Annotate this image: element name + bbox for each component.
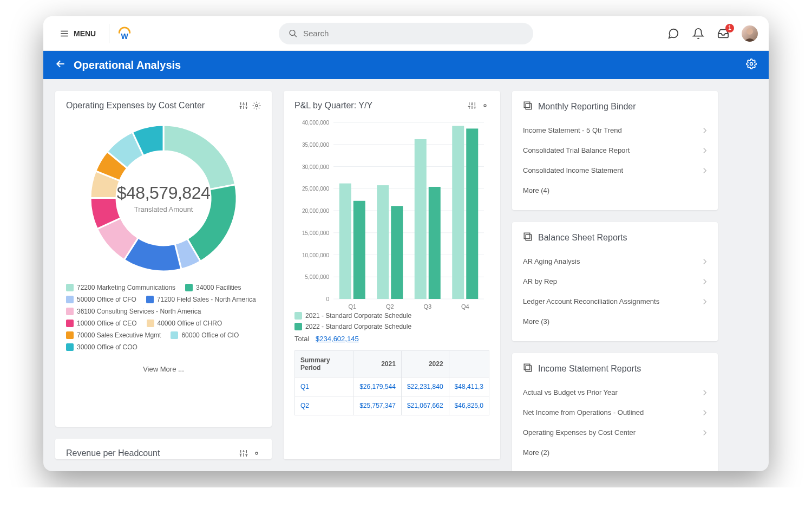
- list-item[interactable]: AR Aging Analysis: [523, 251, 707, 271]
- chevron-right-icon: [703, 298, 707, 305]
- legend-item[interactable]: 10000 Office of CEO: [66, 320, 137, 327]
- table-cell-link[interactable]: $48,411,3: [455, 383, 483, 390]
- list-item[interactable]: Operating Expenses by Cost Center: [523, 422, 707, 442]
- search-box[interactable]: [279, 23, 533, 44]
- legend-item[interactable]: 2022 - Standard Corporate Schedule: [294, 323, 489, 330]
- card-settings-button[interactable]: [252, 449, 261, 458]
- card-settings-button[interactable]: [252, 101, 261, 110]
- list-item[interactable]: Consolidated Income Statement: [523, 160, 707, 180]
- view-more-button[interactable]: View More ...: [66, 362, 261, 376]
- list-item[interactable]: More (4): [523, 180, 707, 200]
- legend-label: 50000 Office of CFO: [77, 296, 136, 303]
- table-cell-link[interactable]: $46,825,0: [455, 402, 483, 409]
- list-item[interactable]: Income Statement - 5 Qtr Trend: [523, 120, 707, 140]
- svg-line-5: [294, 35, 297, 37]
- chevron-right-icon: [703, 389, 707, 396]
- list-item[interactable]: Actual vs Budget vs Prior Year: [523, 382, 707, 402]
- bar-chart[interactable]: 05,000,00010,000,00015,000,00020,000,000…: [294, 117, 489, 312]
- table-cell-link[interactable]: Q2: [300, 402, 309, 409]
- back-button[interactable]: [55, 58, 66, 71]
- list-item[interactable]: Consolidated Trial Balance Report: [523, 140, 707, 160]
- list-item-label: Income Statement - 5 Qtr Trend: [523, 126, 622, 134]
- list-item[interactable]: Net Income from Operations - Outlined: [523, 402, 707, 422]
- card-config-button[interactable]: [468, 101, 476, 110]
- page-settings-button[interactable]: [746, 58, 757, 71]
- list-card: Monthly Reporting BinderIncome Statement…: [512, 91, 718, 210]
- legend-label: 72200 Marketing Communications: [77, 284, 175, 291]
- legend-item[interactable]: 34000 Facilities: [185, 284, 241, 291]
- chat-button[interactable]: [667, 27, 680, 40]
- table-cell: $48,411,3: [449, 377, 489, 396]
- legend-item[interactable]: 2021 - Standard Corporate Schedule: [294, 312, 489, 320]
- list-item[interactable]: More (3): [523, 311, 707, 331]
- list-item-label: AR by Rep: [523, 277, 557, 285]
- legend-swatch: [147, 320, 154, 327]
- list-item[interactable]: AR by Rep: [523, 271, 707, 291]
- total-value-link[interactable]: $234,602,145: [316, 335, 359, 343]
- avatar[interactable]: [742, 25, 758, 42]
- legend-swatch: [185, 284, 193, 291]
- svg-text:25,000,000: 25,000,000: [302, 186, 329, 192]
- legend-swatch: [171, 331, 178, 339]
- card-settings-button[interactable]: [481, 101, 489, 110]
- notifications-button[interactable]: [692, 27, 705, 40]
- list-item-label: More (3): [523, 317, 549, 325]
- legend-item[interactable]: 50000 Office of CFO: [66, 296, 136, 303]
- svg-text:15,000,000: 15,000,000: [302, 230, 329, 236]
- legend-item[interactable]: 70000 Sales Executive Mgmt: [66, 331, 161, 339]
- chevron-right-icon: [703, 147, 707, 154]
- table-cell-link[interactable]: $25,757,347: [359, 402, 396, 409]
- list-card-title: Income Statement Reports: [538, 364, 641, 374]
- list-item[interactable]: More (2): [523, 442, 707, 463]
- stack-icon: [523, 363, 533, 375]
- table-cell-link[interactable]: $22,231,840: [407, 383, 443, 390]
- legend-item[interactable]: 40000 Office of CHRO: [147, 320, 222, 327]
- gear-icon: [746, 58, 757, 69]
- chevron-right-icon: [703, 429, 707, 436]
- svg-point-18: [256, 105, 258, 107]
- menu-button[interactable]: MENU: [54, 25, 101, 42]
- avatar-icon: [742, 25, 758, 42]
- total-label: Total: [294, 335, 309, 343]
- chevron-right-icon: [703, 127, 707, 134]
- card-config-button[interactable]: [239, 449, 248, 458]
- svg-rect-73: [524, 364, 530, 370]
- legend-swatch: [66, 308, 74, 315]
- list-item[interactable]: Ledger Account Reconciliation Assignment…: [523, 291, 707, 311]
- table-cell-link[interactable]: $26,179,544: [359, 383, 396, 390]
- title-bar: Operational Analysis: [43, 51, 769, 79]
- svg-point-38: [484, 105, 486, 107]
- svg-text:35,000,000: 35,000,000: [302, 142, 329, 148]
- list-item-label: Consolidated Trial Balance Report: [523, 146, 630, 154]
- svg-rect-67: [466, 128, 478, 299]
- table-cell-link[interactable]: $21,067,662: [407, 402, 443, 409]
- legend-label: 71200 Field Sales - North America: [157, 296, 256, 303]
- list-card: Balance Sheet ReportsAR Aging AnalysisAR…: [512, 222, 718, 341]
- list-item-label: AR Aging Analysis: [523, 257, 580, 265]
- search-input[interactable]: [303, 29, 523, 38]
- inbox-badge: 1: [725, 24, 734, 32]
- legend-label: 60000 Office of CIO: [181, 331, 239, 339]
- legend-item[interactable]: 71200 Field Sales - North America: [146, 296, 256, 303]
- svg-rect-57: [339, 184, 351, 299]
- card-config-button[interactable]: [239, 101, 248, 110]
- legend-label: 40000 Office of CHRO: [158, 320, 222, 327]
- svg-rect-63: [415, 139, 427, 299]
- donut-card: Operating Expenses by Cost Center $48,57…: [55, 91, 272, 427]
- svg-rect-71: [524, 233, 530, 239]
- legend-item[interactable]: 36100 Consulting Services - North Americ…: [66, 308, 201, 315]
- list-card-title: Balance Sheet Reports: [538, 233, 627, 243]
- table-row: Q1$26,179,544$22,231,840$48,411,3: [295, 377, 489, 396]
- svg-text:5,000,000: 5,000,000: [305, 274, 330, 280]
- workday-logo[interactable]: W: [117, 26, 132, 41]
- table-cell: $25,757,347: [354, 396, 402, 415]
- summary-table: Summary Period20212022Q1$26,179,544$22,2…: [294, 350, 489, 415]
- legend-item[interactable]: 30000 Office of COO: [66, 343, 137, 351]
- table-cell-link[interactable]: Q1: [300, 383, 309, 390]
- legend-item[interactable]: 72200 Marketing Communications: [66, 284, 175, 291]
- svg-point-8: [750, 63, 753, 66]
- legend-item[interactable]: 60000 Office of CIO: [171, 331, 239, 339]
- svg-rect-72: [526, 235, 532, 240]
- svg-point-6: [746, 28, 753, 35]
- inbox-button[interactable]: 1: [717, 27, 730, 40]
